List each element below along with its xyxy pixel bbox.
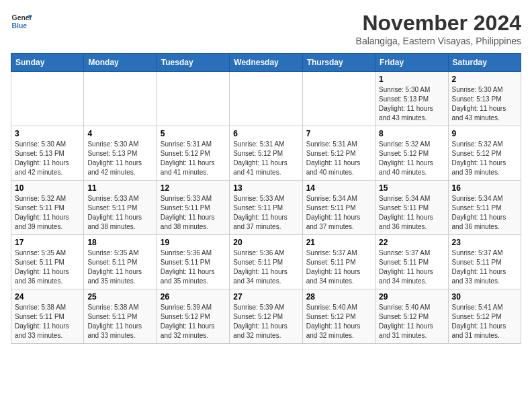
page-header: General Blue November 2024 Balangiga, Ea… — [11, 11, 521, 46]
calendar-cell: 9Sunrise: 5:32 AM Sunset: 5:12 PM Daylig… — [448, 126, 521, 181]
calendar-cell: 11Sunrise: 5:33 AM Sunset: 5:11 PM Dayli… — [84, 181, 157, 235]
day-number: 21 — [306, 238, 371, 247]
day-number: 8 — [379, 129, 444, 138]
day-info: Sunrise: 5:33 AM Sunset: 5:11 PM Dayligh… — [233, 194, 298, 232]
calendar-header-row: SundayMondayTuesdayWednesdayThursdayFrid… — [11, 54, 521, 72]
day-number: 3 — [15, 129, 80, 138]
calendar-week-3: 10Sunrise: 5:32 AM Sunset: 5:11 PM Dayli… — [11, 181, 521, 235]
calendar-cell — [230, 72, 302, 126]
calendar-cell: 17Sunrise: 5:35 AM Sunset: 5:11 PM Dayli… — [11, 235, 84, 289]
calendar-cell: 13Sunrise: 5:33 AM Sunset: 5:11 PM Dayli… — [230, 181, 302, 235]
day-info: Sunrise: 5:39 AM Sunset: 5:12 PM Dayligh… — [161, 303, 226, 340]
calendar-cell: 25Sunrise: 5:38 AM Sunset: 5:11 PM Dayli… — [84, 289, 157, 344]
calendar-cell: 14Sunrise: 5:34 AM Sunset: 5:11 PM Dayli… — [302, 181, 375, 235]
month-title: November 2024 — [356, 11, 521, 36]
day-header-thursday: Thursday — [302, 54, 375, 72]
calendar-body: 1Sunrise: 5:30 AM Sunset: 5:13 PM Daylig… — [11, 72, 521, 344]
day-info: Sunrise: 5:39 AM Sunset: 5:12 PM Dayligh… — [233, 303, 298, 340]
day-info: Sunrise: 5:34 AM Sunset: 5:11 PM Dayligh… — [306, 194, 371, 232]
day-number: 12 — [161, 183, 226, 193]
day-number: 2 — [452, 75, 517, 84]
day-number: 17 — [15, 238, 80, 247]
day-info: Sunrise: 5:33 AM Sunset: 5:11 PM Dayligh… — [161, 194, 226, 232]
calendar-cell: 12Sunrise: 5:33 AM Sunset: 5:11 PM Dayli… — [157, 181, 229, 235]
day-info: Sunrise: 5:32 AM Sunset: 5:12 PM Dayligh… — [379, 140, 444, 177]
calendar-cell: 21Sunrise: 5:37 AM Sunset: 5:11 PM Dayli… — [302, 235, 375, 289]
day-info: Sunrise: 5:32 AM Sunset: 5:11 PM Dayligh… — [15, 194, 80, 232]
calendar-cell: 4Sunrise: 5:30 AM Sunset: 5:13 PM Daylig… — [84, 126, 157, 181]
svg-text:Blue: Blue — [12, 22, 28, 30]
calendar-cell — [11, 72, 84, 126]
day-number: 26 — [161, 292, 226, 302]
day-info: Sunrise: 5:32 AM Sunset: 5:12 PM Dayligh… — [452, 140, 517, 177]
logo-icon: General Blue — [11, 11, 32, 32]
title-block: November 2024 Balangiga, Eastern Visayas… — [356, 11, 521, 46]
day-info: Sunrise: 5:30 AM Sunset: 5:13 PM Dayligh… — [452, 85, 517, 123]
calendar-cell: 7Sunrise: 5:31 AM Sunset: 5:12 PM Daylig… — [302, 126, 375, 181]
calendar-week-4: 17Sunrise: 5:35 AM Sunset: 5:11 PM Dayli… — [11, 235, 521, 289]
calendar-cell: 30Sunrise: 5:41 AM Sunset: 5:12 PM Dayli… — [448, 289, 521, 344]
calendar-table: SundayMondayTuesdayWednesdayThursdayFrid… — [11, 53, 521, 344]
day-info: Sunrise: 5:38 AM Sunset: 5:11 PM Dayligh… — [87, 303, 152, 340]
day-number: 28 — [306, 292, 371, 302]
day-info: Sunrise: 5:34 AM Sunset: 5:11 PM Dayligh… — [379, 194, 444, 232]
day-number: 22 — [379, 238, 444, 247]
calendar-cell: 1Sunrise: 5:30 AM Sunset: 5:13 PM Daylig… — [375, 72, 448, 126]
calendar-cell: 8Sunrise: 5:32 AM Sunset: 5:12 PM Daylig… — [375, 126, 448, 181]
day-number: 7 — [306, 129, 371, 138]
calendar-cell: 26Sunrise: 5:39 AM Sunset: 5:12 PM Dayli… — [157, 289, 229, 344]
day-header-sunday: Sunday — [11, 54, 84, 72]
calendar-week-5: 24Sunrise: 5:38 AM Sunset: 5:11 PM Dayli… — [11, 289, 521, 344]
calendar-cell: 24Sunrise: 5:38 AM Sunset: 5:11 PM Dayli… — [11, 289, 84, 344]
day-number: 4 — [87, 129, 152, 138]
day-number: 23 — [452, 238, 517, 247]
calendar-cell: 15Sunrise: 5:34 AM Sunset: 5:11 PM Dayli… — [375, 181, 448, 235]
day-info: Sunrise: 5:37 AM Sunset: 5:11 PM Dayligh… — [379, 248, 444, 286]
day-info: Sunrise: 5:41 AM Sunset: 5:12 PM Dayligh… — [452, 303, 517, 340]
day-info: Sunrise: 5:30 AM Sunset: 5:13 PM Dayligh… — [379, 85, 444, 123]
day-info: Sunrise: 5:30 AM Sunset: 5:13 PM Dayligh… — [87, 140, 152, 177]
day-info: Sunrise: 5:40 AM Sunset: 5:12 PM Dayligh… — [379, 303, 444, 340]
day-header-friday: Friday — [375, 54, 448, 72]
day-number: 20 — [233, 238, 298, 247]
day-info: Sunrise: 5:31 AM Sunset: 5:12 PM Dayligh… — [306, 140, 371, 177]
day-info: Sunrise: 5:37 AM Sunset: 5:11 PM Dayligh… — [452, 248, 517, 286]
day-number: 16 — [452, 183, 517, 193]
day-info: Sunrise: 5:40 AM Sunset: 5:12 PM Dayligh… — [306, 303, 371, 340]
calendar-cell: 18Sunrise: 5:35 AM Sunset: 5:11 PM Dayli… — [84, 235, 157, 289]
day-info: Sunrise: 5:36 AM Sunset: 5:11 PM Dayligh… — [233, 248, 298, 286]
day-info: Sunrise: 5:38 AM Sunset: 5:11 PM Dayligh… — [15, 303, 80, 340]
day-number: 25 — [87, 292, 152, 302]
day-info: Sunrise: 5:33 AM Sunset: 5:11 PM Dayligh… — [87, 194, 152, 232]
day-number: 9 — [452, 129, 517, 138]
day-info: Sunrise: 5:30 AM Sunset: 5:13 PM Dayligh… — [15, 140, 80, 177]
day-info: Sunrise: 5:35 AM Sunset: 5:11 PM Dayligh… — [87, 248, 152, 286]
day-number: 10 — [15, 183, 80, 193]
calendar-cell: 10Sunrise: 5:32 AM Sunset: 5:11 PM Dayli… — [11, 181, 84, 235]
day-number: 6 — [233, 129, 298, 138]
day-info: Sunrise: 5:35 AM Sunset: 5:11 PM Dayligh… — [15, 248, 80, 286]
day-number: 30 — [452, 292, 517, 302]
day-header-saturday: Saturday — [448, 54, 521, 72]
calendar-cell: 29Sunrise: 5:40 AM Sunset: 5:12 PM Dayli… — [375, 289, 448, 344]
day-number: 29 — [379, 292, 444, 302]
day-number: 13 — [233, 183, 298, 193]
location-subtitle: Balangiga, Eastern Visayas, Philippines — [356, 36, 521, 46]
calendar-cell: 22Sunrise: 5:37 AM Sunset: 5:11 PM Dayli… — [375, 235, 448, 289]
calendar-cell — [84, 72, 157, 126]
day-info: Sunrise: 5:34 AM Sunset: 5:11 PM Dayligh… — [452, 194, 517, 232]
calendar-cell: 28Sunrise: 5:40 AM Sunset: 5:12 PM Dayli… — [302, 289, 375, 344]
day-header-wednesday: Wednesday — [230, 54, 302, 72]
calendar-cell: 3Sunrise: 5:30 AM Sunset: 5:13 PM Daylig… — [11, 126, 84, 181]
calendar-cell: 16Sunrise: 5:34 AM Sunset: 5:11 PM Dayli… — [448, 181, 521, 235]
calendar-cell: 27Sunrise: 5:39 AM Sunset: 5:12 PM Dayli… — [230, 289, 302, 344]
day-number: 1 — [379, 75, 444, 84]
calendar-week-2: 3Sunrise: 5:30 AM Sunset: 5:13 PM Daylig… — [11, 126, 521, 181]
calendar-cell — [302, 72, 375, 126]
day-number: 11 — [87, 183, 152, 193]
calendar-week-1: 1Sunrise: 5:30 AM Sunset: 5:13 PM Daylig… — [11, 72, 521, 126]
day-info: Sunrise: 5:36 AM Sunset: 5:11 PM Dayligh… — [161, 248, 226, 286]
calendar-cell: 6Sunrise: 5:31 AM Sunset: 5:12 PM Daylig… — [230, 126, 302, 181]
calendar-cell: 19Sunrise: 5:36 AM Sunset: 5:11 PM Dayli… — [157, 235, 229, 289]
day-number: 5 — [161, 129, 226, 138]
